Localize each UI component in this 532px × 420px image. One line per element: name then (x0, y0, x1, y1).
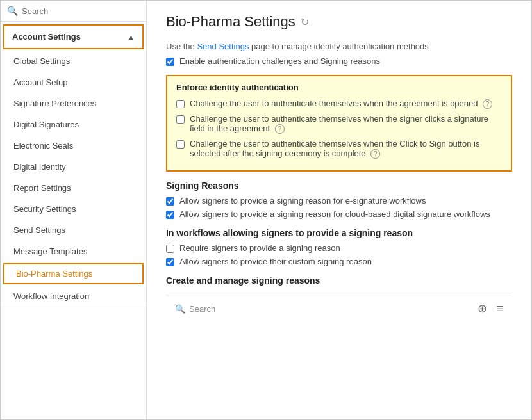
require-signing-reason-checkbox[interactable] (166, 245, 174, 253)
account-settings-header[interactable]: Account Settings ▲ (3, 24, 144, 49)
enforce-label-0: Challenge the user to authenticate thems… (190, 99, 492, 109)
enforce-title: Enforce identity authentication (176, 83, 502, 92)
sidebar-item-global-settings[interactable]: Global Settings (1, 51, 146, 72)
sidebar: 🔍 Account Settings ▲ Global Settings Acc… (1, 1, 147, 419)
enforce-identity-box: Enforce identity authentication Challeng… (166, 75, 512, 172)
sidebar-item-digital-identity[interactable]: Digital Identity (1, 156, 146, 177)
signing-reason-esig-checkbox[interactable] (166, 197, 174, 206)
app-window: 🔍 Account Settings ▲ Global Settings Acc… (0, 0, 532, 420)
enforce-item-2: Challenge the user to authenticate thems… (176, 139, 502, 159)
bottom-bar-icons: ⊕ ≡ (478, 302, 503, 316)
help-icon-2[interactable]: ? (370, 149, 380, 159)
enforce-label-2: Challenge the user to authenticate thems… (190, 139, 502, 159)
signing-reasons-title: Signing Reasons (166, 181, 512, 191)
enforce-checkbox-2[interactable] (176, 140, 185, 149)
sidebar-item-workflow-integration[interactable]: Workflow Integration (1, 286, 146, 307)
sidebar-item-message-templates[interactable]: Message Templates (1, 241, 146, 262)
allow-custom-reason-row: Allow signers to provide their custom si… (166, 257, 512, 266)
allow-custom-reason-checkbox[interactable] (166, 258, 174, 266)
sidebar-item-security-settings[interactable]: Security Settings (1, 198, 146, 220)
bottom-bar: 🔍 Search ⊕ ≡ (166, 295, 512, 322)
sidebar-account-settings-section: Account Settings ▲ Global Settings Accou… (1, 22, 146, 307)
sidebar-search-icon: 🔍 (7, 6, 18, 16)
main-content: Bio-Pharma Settings ↻ Use the Send Setti… (147, 1, 531, 419)
bottom-search-icon: 🔍 (175, 304, 185, 314)
menu-icon[interactable]: ≡ (496, 302, 503, 316)
help-icon-1[interactable]: ? (275, 124, 285, 134)
sidebar-search-input[interactable] (22, 6, 140, 16)
sidebar-item-send-settings[interactable]: Send Settings (1, 220, 146, 241)
sidebar-item-signature-preferences[interactable]: Signature Preferences (1, 93, 146, 114)
signing-reason-cloud-checkbox[interactable] (166, 211, 174, 219)
refresh-icon[interactable]: ↻ (301, 16, 309, 28)
sidebar-item-account-setup[interactable]: Account Setup (1, 72, 146, 93)
create-manage-title: Create and manage signing reasons (166, 275, 512, 286)
enforce-item-0: Challenge the user to authenticate thems… (176, 99, 502, 109)
account-settings-label: Account Settings (12, 32, 81, 42)
sidebar-item-bio-pharma-settings[interactable]: Bio-Pharma Settings (3, 263, 144, 284)
bottom-search-label: Search (189, 304, 215, 314)
enable-auth-label: Enable authentication challenges and Sig… (179, 56, 380, 66)
sidebar-item-report-settings[interactable]: Report Settings (1, 177, 146, 198)
sidebar-item-digital-signatures[interactable]: Digital Signatures (1, 114, 146, 135)
signing-reason-esig-row: Allow signers to provide a signing reaso… (166, 196, 512, 206)
chevron-up-icon: ▲ (128, 33, 135, 41)
page-title: Bio-Pharma Settings ↻ (166, 13, 512, 30)
enforce-label-1: Challenge the user to authenticate thems… (190, 114, 502, 134)
enforce-item-1: Challenge the user to authenticate thems… (176, 114, 502, 134)
enforce-checkbox-1[interactable] (176, 115, 185, 124)
enforce-checkbox-0[interactable] (176, 100, 185, 108)
sidebar-item-electronic-seals[interactable]: Electronic Seals (1, 135, 146, 156)
enable-auth-checkbox[interactable] (166, 58, 174, 66)
bottom-search[interactable]: 🔍 Search (175, 304, 215, 314)
sidebar-search-bar[interactable]: 🔍 (1, 1, 146, 22)
description-text: Use the Send Settings page to manage ide… (166, 42, 512, 51)
signing-reason-cloud-row: Allow signers to provide a signing reaso… (166, 209, 512, 219)
send-settings-link[interactable]: Send Settings (197, 42, 249, 51)
in-workflows-title: In workflows allowing signers to provide… (166, 228, 512, 238)
require-signing-reason-row: Require signers to provide a signing rea… (166, 243, 512, 253)
help-icon-0[interactable]: ? (483, 99, 492, 109)
add-icon[interactable]: ⊕ (478, 302, 487, 316)
enable-auth-row: Enable authentication challenges and Sig… (166, 56, 512, 66)
